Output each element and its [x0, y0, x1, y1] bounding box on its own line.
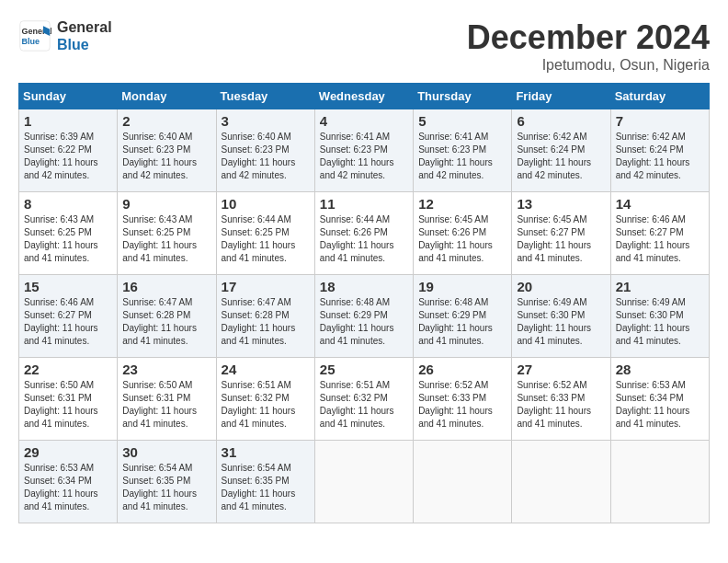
day-number: 8	[24, 196, 112, 212]
day-number: 6	[517, 113, 605, 129]
day-info: Sunrise: 6:40 AM Sunset: 6:23 PM Dayligh…	[222, 131, 310, 182]
calendar-cell: 8Sunrise: 6:43 AM Sunset: 6:25 PM Daylig…	[19, 192, 118, 275]
calendar-cell: 17Sunrise: 6:47 AM Sunset: 6:28 PM Dayli…	[216, 275, 314, 358]
logo-text-blue: Blue	[57, 36, 112, 53]
calendar-cell: 29Sunrise: 6:53 AM Sunset: 6:34 PM Dayli…	[19, 441, 118, 523]
day-number: 4	[320, 113, 408, 129]
calendar-cell	[414, 441, 512, 523]
day-info: Sunrise: 6:49 AM Sunset: 6:30 PM Dayligh…	[616, 296, 704, 348]
day-info: Sunrise: 6:50 AM Sunset: 6:31 PM Dayligh…	[24, 379, 112, 431]
day-info: Sunrise: 6:49 AM Sunset: 6:30 PM Dayligh…	[517, 296, 605, 348]
column-header-friday: Friday	[512, 84, 610, 109]
day-number: 25	[320, 362, 408, 377]
calendar-cell: 22Sunrise: 6:50 AM Sunset: 6:31 PM Dayli…	[19, 358, 118, 441]
day-info: Sunrise: 6:44 AM Sunset: 6:26 PM Dayligh…	[320, 213, 408, 265]
day-number: 1	[24, 113, 112, 129]
day-number: 12	[418, 196, 506, 212]
calendar-cell: 25Sunrise: 6:51 AM Sunset: 6:32 PM Dayli…	[314, 358, 413, 441]
calendar-cell: 10Sunrise: 6:44 AM Sunset: 6:25 PM Dayli…	[216, 192, 314, 275]
day-info: Sunrise: 6:52 AM Sunset: 6:33 PM Dayligh…	[418, 379, 506, 431]
calendar-cell: 1Sunrise: 6:39 AM Sunset: 6:22 PM Daylig…	[19, 109, 118, 192]
day-number: 27	[517, 362, 605, 377]
day-number: 10	[222, 196, 310, 212]
day-info: Sunrise: 6:47 AM Sunset: 6:28 PM Dayligh…	[122, 296, 210, 348]
calendar-cell: 13Sunrise: 6:45 AM Sunset: 6:27 PM Dayli…	[512, 192, 610, 275]
day-info: Sunrise: 6:45 AM Sunset: 6:27 PM Dayligh…	[517, 213, 605, 265]
calendar-cell	[512, 441, 610, 523]
day-number: 29	[24, 444, 112, 460]
day-number: 22	[24, 362, 112, 377]
day-number: 9	[122, 196, 210, 212]
day-number: 24	[222, 362, 310, 377]
day-info: Sunrise: 6:54 AM Sunset: 6:35 PM Dayligh…	[222, 462, 310, 513]
calendar-week-row: 15Sunrise: 6:46 AM Sunset: 6:27 PM Dayli…	[19, 275, 710, 358]
calendar-cell: 2Sunrise: 6:40 AM Sunset: 6:23 PM Daylig…	[118, 109, 216, 192]
calendar-cell: 30Sunrise: 6:54 AM Sunset: 6:35 PM Dayli…	[118, 441, 216, 523]
day-info: Sunrise: 6:44 AM Sunset: 6:25 PM Dayligh…	[222, 213, 310, 265]
calendar-cell: 24Sunrise: 6:51 AM Sunset: 6:32 PM Dayli…	[216, 358, 314, 441]
day-info: Sunrise: 6:48 AM Sunset: 6:29 PM Dayligh…	[320, 296, 408, 348]
calendar-cell: 14Sunrise: 6:46 AM Sunset: 6:27 PM Dayli…	[610, 192, 709, 275]
day-number: 17	[222, 279, 310, 294]
day-info: Sunrise: 6:53 AM Sunset: 6:34 PM Dayligh…	[24, 462, 112, 513]
column-header-saturday: Saturday	[610, 84, 709, 109]
day-number: 16	[122, 279, 210, 294]
day-number: 13	[517, 196, 605, 212]
calendar-cell: 18Sunrise: 6:48 AM Sunset: 6:29 PM Dayli…	[314, 275, 413, 358]
day-number: 28	[616, 362, 704, 377]
day-info: Sunrise: 6:51 AM Sunset: 6:32 PM Dayligh…	[222, 379, 310, 431]
calendar-cell: 4Sunrise: 6:41 AM Sunset: 6:23 PM Daylig…	[314, 109, 413, 192]
calendar-cell: 15Sunrise: 6:46 AM Sunset: 6:27 PM Dayli…	[19, 275, 118, 358]
calendar-cell: 20Sunrise: 6:49 AM Sunset: 6:30 PM Dayli…	[512, 275, 610, 358]
logo-text-general: General	[57, 18, 112, 36]
day-number: 14	[616, 196, 704, 212]
day-number: 5	[418, 113, 506, 129]
day-number: 11	[320, 196, 408, 212]
day-info: Sunrise: 6:54 AM Sunset: 6:35 PM Dayligh…	[122, 462, 210, 513]
column-header-tuesday: Tuesday	[216, 84, 314, 109]
day-info: Sunrise: 6:47 AM Sunset: 6:28 PM Dayligh…	[222, 296, 310, 348]
logo-icon: General Blue	[18, 19, 51, 52]
calendar-cell	[314, 441, 413, 523]
day-number: 31	[222, 444, 310, 460]
calendar-cell: 3Sunrise: 6:40 AM Sunset: 6:23 PM Daylig…	[216, 109, 314, 192]
svg-text:Blue: Blue	[22, 37, 40, 46]
logo: General Blue General Blue	[18, 18, 112, 53]
calendar-cell: 6Sunrise: 6:42 AM Sunset: 6:24 PM Daylig…	[512, 109, 610, 192]
day-info: Sunrise: 6:53 AM Sunset: 6:34 PM Dayligh…	[616, 379, 704, 431]
calendar-week-row: 8Sunrise: 6:43 AM Sunset: 6:25 PM Daylig…	[19, 192, 710, 275]
location-title: Ipetumodu, Osun, Nigeria	[467, 57, 710, 74]
day-info: Sunrise: 6:52 AM Sunset: 6:33 PM Dayligh…	[517, 379, 605, 431]
day-info: Sunrise: 6:51 AM Sunset: 6:32 PM Dayligh…	[320, 379, 408, 431]
column-header-monday: Monday	[118, 84, 216, 109]
column-header-wednesday: Wednesday	[314, 84, 413, 109]
day-number: 19	[418, 279, 506, 294]
title-area: December 2024 Ipetumodu, Osun, Nigeria	[467, 18, 710, 74]
calendar-week-row: 29Sunrise: 6:53 AM Sunset: 6:34 PM Dayli…	[19, 441, 710, 523]
calendar-cell: 27Sunrise: 6:52 AM Sunset: 6:33 PM Dayli…	[512, 358, 610, 441]
day-info: Sunrise: 6:48 AM Sunset: 6:29 PM Dayligh…	[418, 296, 506, 348]
day-info: Sunrise: 6:40 AM Sunset: 6:23 PM Dayligh…	[122, 131, 210, 182]
day-number: 15	[24, 279, 112, 294]
day-info: Sunrise: 6:46 AM Sunset: 6:27 PM Dayligh…	[616, 213, 704, 265]
calendar-header-row: SundayMondayTuesdayWednesdayThursdayFrid…	[19, 84, 710, 109]
column-header-thursday: Thursday	[414, 84, 512, 109]
day-info: Sunrise: 6:41 AM Sunset: 6:23 PM Dayligh…	[418, 131, 506, 182]
day-number: 23	[122, 362, 210, 377]
calendar-body: 1Sunrise: 6:39 AM Sunset: 6:22 PM Daylig…	[19, 109, 710, 523]
month-title: December 2024	[467, 18, 710, 57]
calendar-cell: 16Sunrise: 6:47 AM Sunset: 6:28 PM Dayli…	[118, 275, 216, 358]
day-info: Sunrise: 6:41 AM Sunset: 6:23 PM Dayligh…	[320, 131, 408, 182]
calendar-cell: 23Sunrise: 6:50 AM Sunset: 6:31 PM Dayli…	[118, 358, 216, 441]
day-info: Sunrise: 6:39 AM Sunset: 6:22 PM Dayligh…	[24, 131, 112, 182]
day-number: 18	[320, 279, 408, 294]
calendar-table: SundayMondayTuesdayWednesdayThursdayFrid…	[18, 83, 710, 523]
calendar-cell: 12Sunrise: 6:45 AM Sunset: 6:26 PM Dayli…	[414, 192, 512, 275]
day-info: Sunrise: 6:43 AM Sunset: 6:25 PM Dayligh…	[24, 213, 112, 265]
calendar-cell: 26Sunrise: 6:52 AM Sunset: 6:33 PM Dayli…	[414, 358, 512, 441]
day-info: Sunrise: 6:43 AM Sunset: 6:25 PM Dayligh…	[122, 213, 210, 265]
day-number: 21	[616, 279, 704, 294]
day-info: Sunrise: 6:46 AM Sunset: 6:27 PM Dayligh…	[24, 296, 112, 348]
column-header-sunday: Sunday	[19, 84, 118, 109]
day-info: Sunrise: 6:50 AM Sunset: 6:31 PM Dayligh…	[122, 379, 210, 431]
